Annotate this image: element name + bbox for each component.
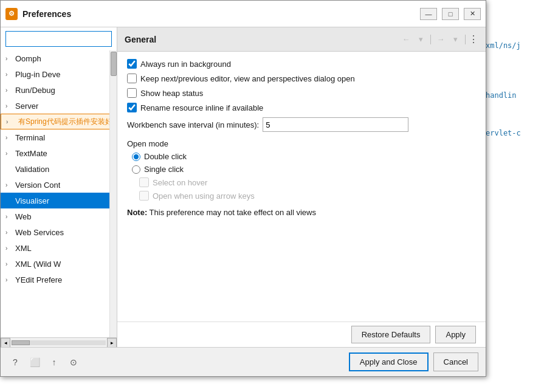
tree-arrow-icon: › [5,55,15,62]
link-icon-button[interactable]: ⊙ [66,355,81,370]
tree-item-label: Web Services [15,228,64,237]
sidebar-item-spring[interactable]: ›Spring有Spring代码提示插件安装好了 [1,114,117,129]
sidebar-item-visualiser[interactable]: Visualiser [1,193,117,208]
option-row-keep-next: Keep next/previous editor, view and pers… [127,74,476,83]
nav-buttons: ← ▾ → ▾ ⋮ [399,33,478,46]
tree-arrow-icon: › [5,150,15,157]
close-button[interactable]: ✕ [464,8,481,20]
checkbox-label-rename-resource[interactable]: Rename resource inline if available [127,103,263,112]
apply-and-close-button[interactable]: Apply and Close [349,352,429,371]
forward-button[interactable]: → [434,33,447,46]
scroll-right-button[interactable]: ▸ [107,338,117,348]
sidebar-item-validation[interactable]: Validation [1,161,117,177]
bg-code-line-2: handlin [486,89,542,102]
tree-item-label: Version Cont [15,181,60,190]
preferences-dialog: ⚙ Preferences — □ ✕ ›Oomph›Plug-in Deve›… [0,0,486,377]
horizontal-scrollbar[interactable]: ◂ ▸ [1,337,117,347]
tree-item-label: Web [15,212,32,221]
help-icon-button[interactable]: ? [8,355,22,370]
scroll-left-button[interactable]: ◂ [1,338,10,348]
maximize-button[interactable]: □ [442,8,459,20]
tree-arrow-icon: › [5,182,15,188]
inner-bottom-bar: Restore Defaults Apply [117,322,486,347]
sidebar-item-xml[interactable]: ›XML [1,240,117,256]
sidebar-item-yedit[interactable]: ›YEdit Prefere [1,272,117,287]
right-header: General ← ▾ → ▾ ⋮ [117,27,486,52]
sidebar-item-version-cont[interactable]: ›Version Cont [1,177,117,193]
note-row: Note: This preference may not take effec… [127,208,476,217]
bg-code-line-1: xml/ns/j [486,39,542,52]
tree-item-label: YEdit Prefere [15,275,62,284]
sidebar-item-terminal[interactable]: ›Terminal [1,129,117,145]
sidebar-item-server[interactable]: ›Server [1,98,117,114]
tree-arrow-icon: › [5,87,15,94]
open-mode-title: Open mode [127,139,476,148]
tree-container: ›Oomph›Plug-in Deve›Run/Debug›Server›Spr… [1,50,117,337]
export-icon-button[interactable]: ⬜ [27,355,42,370]
tree-item-label: Terminal [15,133,45,142]
radio-label-double-click[interactable]: Double click [132,152,187,161]
sidebar-item-xml-wild[interactable]: ›XML (Wild W [1,256,117,272]
minimize-button[interactable]: — [420,8,437,20]
radio-single-click[interactable] [132,165,140,174]
tree-arrow-icon: › [5,261,15,267]
back-more-button[interactable]: ▾ [414,33,427,46]
dialog-icon: ⚙ [5,8,18,20]
dialog-title: Preferences [22,9,420,19]
tree-arrow-icon: › [5,213,15,220]
tree-item-label: Server [15,101,38,111]
disabled-label-open-arrow: Open when using arrow keys [139,191,255,201]
sidebar-item-web-services[interactable]: ›Web Services [1,224,117,240]
tree-item-label: TextMate [15,149,47,158]
checkbox-always-run[interactable] [127,59,137,69]
option-row-rename-resource: Rename resource inline if available [127,103,476,112]
import-icon-button[interactable]: ↑ [47,355,61,370]
title-bar: ⚙ Preferences — □ ✕ [1,1,486,27]
workbench-row: Workbench save interval (in minutes): [127,117,476,132]
checkbox-label-show-heap[interactable]: Show heap status [127,88,203,98]
checkbox-show-heap[interactable] [127,88,137,98]
tree-arrow-icon: › [5,229,15,236]
tree-item-label: Validation [15,165,49,174]
bg-code-line-3: ervlet-c [486,126,542,140]
right-panel: General ← ▾ → ▾ ⋮ Always run in backgrou… [117,27,486,347]
tree-search-input[interactable] [5,31,112,47]
note-bold: Note: [127,208,147,217]
scroll-track [12,340,106,345]
scrollbar-thumb [111,52,117,76]
disabled-label-select-hover: Select on hover [139,177,207,187]
sidebar-item-oomph[interactable]: ›Oomph [1,50,117,66]
radio-double-click[interactable] [132,153,140,161]
sidebar-item-textmate[interactable]: ›TextMate [1,145,117,161]
tree-list: ›Oomph›Plug-in Deve›Run/Debug›Server›Spr… [1,50,117,287]
restore-defaults-button[interactable]: Restore Defaults [351,326,431,343]
sidebar-item-web[interactable]: ›Web [1,208,117,224]
checkbox-label-keep-next[interactable]: Keep next/previous editor, view and pers… [127,74,355,83]
more-options-icon[interactable]: ⋮ [469,33,478,45]
tree-item-label: Oomph [15,54,41,63]
tree-arrow-icon: › [5,134,15,141]
tree-item-label: XML [15,244,32,253]
sidebar-item-run-debug[interactable]: ›Run/Debug [1,82,117,98]
bottom-left-icons: ? ⬜ ↑ ⊙ [8,355,81,370]
sidebar-item-plugin-dev[interactable]: ›Plug-in Deve [1,66,117,82]
option-row-show-heap: Show heap status [127,88,476,98]
radio-row-single-click: Single click [127,165,476,174]
forward-more-button[interactable]: ▾ [449,33,462,46]
disabled-row-select-hover: Select on hover [127,177,476,187]
back-button[interactable]: ← [399,33,413,46]
workbench-interval-input[interactable] [263,117,408,132]
checkbox-label-always-run[interactable]: Always run in background [127,59,231,69]
cancel-button[interactable]: Cancel [433,352,478,371]
tree-arrow-icon: › [5,245,15,252]
right-panel-title: General [125,35,156,44]
workbench-label: Workbench save interval (in minutes): [127,120,259,129]
apply-button[interactable]: Apply [435,326,476,343]
tree-arrow-icon: › [6,119,16,125]
tree-arrow-icon: › [5,71,15,78]
checkbox-keep-next[interactable] [127,74,137,83]
radio-label-single-click[interactable]: Single click [132,165,184,174]
checkbox-rename-resource[interactable] [127,103,137,112]
tree-item-label: XML (Wild W [15,260,61,269]
vertical-scrollbar[interactable] [109,50,117,337]
